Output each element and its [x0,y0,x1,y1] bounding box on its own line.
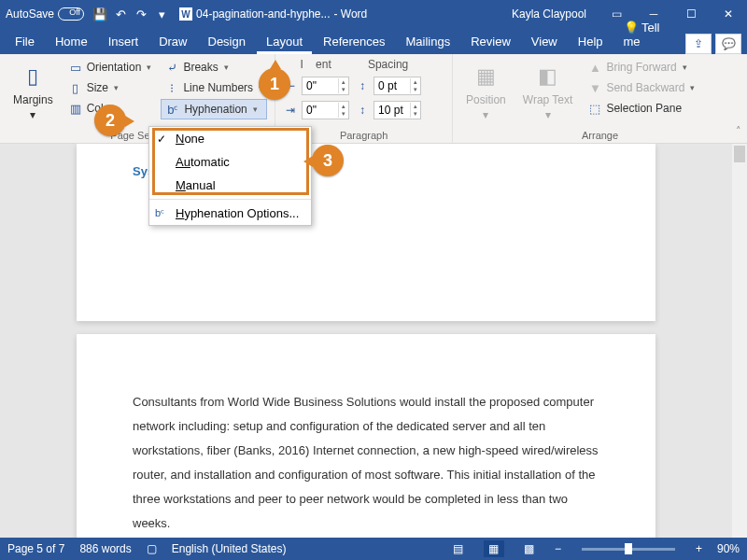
group-arrange: ▦Position▾ ◧Wrap Text▾ ▲Bring Forward▾ ▼… [453,54,747,143]
indent-left-input[interactable]: ▴▾ [302,77,349,95]
window-title: W 04-pagination-and-hyphe... - Word [179,7,367,21]
share-button[interactable]: ⇪ [685,34,712,54]
tab-layout[interactable]: Layout [257,31,312,54]
zoom-out-button[interactable]: − [555,542,561,555]
margins-label: Margins [13,93,53,106]
hyphen-auto-label: tomatic [190,155,230,169]
breaks-button[interactable]: ⤶Breaks▾ [161,58,267,77]
tab-help[interactable]: Help [569,31,613,54]
bring-forward-button: ▲Bring Forward▾ [584,58,698,77]
language-indicator[interactable]: English (United States) [172,542,287,555]
hyphen-manual[interactable]: Manual [149,174,311,197]
hyphenation-icon: bᶜ [165,102,180,117]
hyphen-none[interactable]: ✓None [149,127,311,150]
hyphen-options-icon: bᶜ [155,207,170,219]
tab-view[interactable]: View [522,31,567,54]
size-button[interactable]: ▯Size▾ [64,78,156,97]
tab-home[interactable]: Home [46,31,97,54]
columns-icon: ▥ [68,101,83,116]
autosave-pill[interactable] [58,7,84,21]
hyphen-automatic[interactable]: Automatic [149,150,311,174]
comments-button[interactable]: 💬 [715,34,741,54]
zoom-in-button[interactable]: + [696,542,702,555]
save-icon[interactable]: 💾 [90,4,110,24]
space-before-input[interactable]: ▴▾ [374,77,421,95]
bring-forward-icon: ▲ [587,60,602,75]
web-layout-icon[interactable]: ▩ [519,540,540,557]
wrap-text-button: ◧Wrap Text▾ [517,58,579,125]
send-backward-icon: ▼ [587,80,602,95]
document-area: System Consultants from World Wide Busin… [0,144,747,538]
page-indicator[interactable]: Page 5 of 7 [7,542,64,555]
undo-icon[interactable]: ↶ [110,4,131,24]
position-label: Position [466,93,506,106]
wrap-icon: ◧ [533,62,563,91]
doc-title: 04-pagination-and-hyphe... [196,7,330,21]
tell-me-label: Tell me [624,21,660,49]
breaks-icon: ⤶ [164,60,179,75]
hyphenation-menu: ✓None Automatic Manual bᶜHyphenation Opt… [148,126,312,226]
space-before-icon: ↕ [355,78,370,93]
line-numbers-icon: ⁝ [164,80,179,95]
hyphen-none-label: one [184,132,204,146]
tab-review[interactable]: Review [461,31,520,54]
check-icon: ✓ [157,133,166,146]
callout-3: 3 [312,145,344,176]
tab-design[interactable]: Design [199,31,255,54]
tab-references[interactable]: References [314,31,394,54]
tell-me[interactable]: 💡 Tell me [614,17,684,54]
selection-pane-label: Selection Pane [606,102,682,115]
body-text: Consultants from World Wide Business Sol… [133,390,599,536]
orientation-icon: ▭ [68,60,83,75]
position-icon: ▦ [471,62,500,91]
collapse-ribbon-icon[interactable]: ˄ [736,125,741,137]
autosave-label: AutoSave [6,7,54,21]
send-backward-label: Send Backward [606,81,684,94]
zoom-slider-thumb[interactable] [625,543,632,554]
word-icon: W [179,7,192,21]
menu-separator [149,199,311,200]
user-name[interactable]: Kayla Claypool [512,7,586,21]
hyphen-options-label: yphenation Options... [184,206,299,220]
hyphen-options[interactable]: bᶜHyphenation Options... [149,202,311,225]
orientation-button[interactable]: ▭Orientation▾ [64,58,156,77]
size-icon: ▯ [68,80,83,95]
zoom-slider[interactable] [582,548,675,551]
indent-right-icon: ⇥ [283,103,298,118]
ribbon-tabs: File Home Insert Draw Design Layout Refe… [0,28,747,54]
tab-draw[interactable]: Draw [149,31,196,54]
redo-icon[interactable]: ↷ [131,4,151,24]
tab-mailings[interactable]: Mailings [397,31,460,54]
proofing-icon[interactable]: ▢ [147,542,157,555]
tab-insert[interactable]: Insert [99,31,148,54]
size-label: Size [87,81,108,94]
close-button[interactable]: ✕ [710,0,747,28]
breaks-label: Breaks [183,61,218,74]
selection-pane-button[interactable]: ⬚Selection Pane [584,99,698,118]
page-current[interactable]: Consultants from World Wide Business Sol… [77,334,655,538]
space-after-icon: ↕ [355,103,370,118]
hyphenation-button[interactable]: bᶜHyphenation▾ [161,99,267,119]
line-numbers-button[interactable]: ⁝Line Numbers▾ [161,78,267,97]
wrap-label: Wrap Text [523,93,573,106]
statusbar: Page 5 of 7 886 words ▢ English (United … [0,538,747,560]
spacing-header: Spacing [355,58,421,71]
space-after-input[interactable]: ▴▾ [374,101,421,119]
orientation-label: Orientation [87,61,142,74]
selection-pane-icon: ⬚ [587,101,602,116]
scrollbar-thumb[interactable] [734,146,745,162]
arrange-label: Arrange [460,128,740,141]
position-button: ▦Position▾ [460,58,512,125]
send-backward-button: ▼Send Backward▾ [584,78,698,97]
word-count[interactable]: 886 words [79,542,131,555]
indent-header: I ent [283,58,348,71]
read-mode-icon[interactable]: ▤ [448,540,469,557]
vertical-scrollbar[interactable] [732,144,747,538]
zoom-level[interactable]: 90% [717,542,740,555]
qat-customize-icon[interactable]: ▾ [151,4,172,24]
print-layout-icon[interactable]: ▦ [484,540,504,557]
tab-file[interactable]: File [6,31,44,54]
indent-right-input[interactable]: ▴▾ [302,101,349,119]
margins-button[interactable]: ▯ Margins ▾ [7,58,59,125]
autosave-toggle[interactable]: AutoSave [0,7,90,21]
